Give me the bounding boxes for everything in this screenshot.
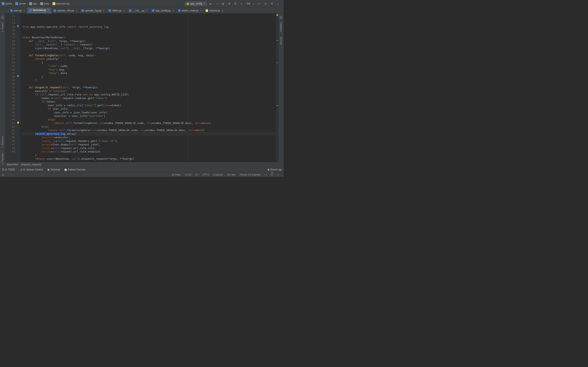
run-button[interactable]: ▶	[209, 2, 212, 5]
code-line[interactable]: if self.request.url_rule.rule not in app…	[22, 93, 276, 96]
line-number[interactable]: 43	[6, 128, 15, 132]
sciview-tool-button[interactable]: SciView	[280, 37, 282, 45]
line-number[interactable]: 41	[6, 121, 15, 125]
line-number[interactable]: 34	[6, 96, 15, 100]
code-line[interactable]: record_opterate_log.delay(	[22, 132, 276, 136]
code-line[interactable]: )	[22, 154, 276, 157]
code-line[interactable]: def dispatch_request(self, *args, **kwar…	[22, 86, 276, 89]
status-indent[interactable]: 4 spaces	[213, 173, 223, 176]
line-numbers-gutter[interactable]: 1112131415161718192021222324252627282930…	[5, 13, 17, 162]
code-line[interactable]: return self.formattingData(code=Codes.TO…	[22, 121, 276, 125]
code-line[interactable]: user_info = redis_cli["token"].get(name=…	[22, 104, 276, 107]
line-number[interactable]: 32	[6, 89, 15, 93]
line-number[interactable]: 15	[6, 29, 15, 32]
status-git-branch[interactable]: Git: dev	[227, 173, 235, 176]
line-number[interactable]: 20	[6, 47, 15, 50]
line-number[interactable]: 17	[6, 36, 15, 39]
line-number[interactable]: 42	[6, 125, 15, 129]
code-line[interactable]: "data": data	[22, 71, 276, 75]
debug-button[interactable]: ⌁	[215, 2, 218, 5]
line-number[interactable]: 16	[6, 32, 15, 36]
close-tab-button[interactable]: ×	[48, 9, 49, 12]
file-tab[interactable]: request.js×	[204, 8, 225, 13]
code-line[interactable]	[22, 29, 276, 32]
inspection-indicator[interactable]	[277, 14, 278, 16]
run-with-coverage-button[interactable]: ▣	[221, 2, 225, 5]
code-line[interactable]: "code": code,	[22, 64, 276, 68]
tool-windows-toggle[interactable]: ⊞	[2, 173, 4, 176]
code-line[interactable]	[22, 161, 276, 162]
override-gutter-icon[interactable]	[17, 25, 19, 27]
line-number[interactable]: 37	[6, 107, 15, 111]
code-line[interactable]: else:	[22, 118, 276, 122]
file-tab[interactable]: __init__.py×	[127, 8, 150, 13]
vcs-tool-button[interactable]: ⎇ 9: Version Control	[20, 168, 43, 171]
project-tool-button[interactable]: 1: Project	[1, 22, 4, 32]
status-line-ending[interactable]: LF	[195, 173, 198, 176]
line-number[interactable]: 25	[6, 64, 15, 68]
line-number[interactable]: 19	[6, 43, 15, 47]
file-tab[interactable]: status_code.py×	[176, 8, 204, 13]
line-number[interactable]: 12	[6, 18, 15, 22]
code-line[interactable]: class BaseView(MethodView):	[22, 36, 276, 39]
breadcrumb-class[interactable]: BaseView	[7, 163, 18, 166]
line-number[interactable]: 30	[6, 82, 15, 86]
code-line[interactable]: def formattingData(self, code, msg, data…	[22, 54, 276, 57]
code-line[interactable]: remote_ip=self.request.headers.get("X-Re…	[22, 139, 276, 143]
code-line[interactable]: if token:	[22, 100, 276, 104]
line-number[interactable]: 22	[6, 54, 15, 57]
readonly-toggle[interactable]	[271, 173, 273, 176]
file-tab[interactable]: operate_info.py×	[52, 8, 79, 13]
code-line[interactable]: executor=executor,	[22, 136, 276, 139]
line-number[interactable]: 33	[6, 93, 15, 96]
line-number[interactable]: 44	[6, 132, 15, 136]
code-line[interactable]: else:	[22, 125, 276, 129]
status-caret-position[interactable]: 41:20	[185, 173, 191, 176]
line-number[interactable]: 49	[6, 150, 15, 154]
project-tool-icon[interactable]	[1, 16, 4, 19]
line-number[interactable]: 13	[6, 21, 15, 25]
line-number[interactable]: 24	[6, 61, 15, 64]
status-interpreter[interactable]: Python 3.8 (Apollo)	[240, 173, 260, 176]
override-gutter-icon[interactable]	[17, 75, 19, 77]
update-project-button[interactable]: ⤓	[252, 2, 255, 5]
line-number[interactable]: 35	[6, 100, 15, 104]
intention-bulb-icon[interactable]: 💡	[17, 121, 20, 125]
python-console-tool-button[interactable]: ⬤ Python Console	[64, 168, 85, 171]
close-tab-button[interactable]: ×	[123, 9, 125, 12]
terminal-tool-button[interactable]: ▣ Terminal	[47, 168, 60, 171]
profile-button[interactable]: ◔	[227, 2, 231, 5]
code-line[interactable]: return self.formattingData(code=Codes.TO…	[22, 128, 276, 132]
code-line[interactable]: router=self.request.url_rule.rule,	[22, 146, 276, 150]
breadcrumb-item[interactable]: app	[33, 2, 37, 5]
close-tab-button[interactable]: ×	[200, 9, 201, 12]
code-line[interactable]: params=json.dumps(self.request.json),	[22, 143, 276, 146]
file-tab[interactable]: baseview.py×	[27, 8, 52, 13]
line-number[interactable]: 29	[6, 78, 15, 82]
code-line[interactable]	[22, 32, 276, 36]
rollback-button[interactable]: ⟲	[270, 2, 273, 5]
close-tab-button[interactable]: ×	[172, 9, 174, 12]
code-line[interactable]: super(BaseView, self).__init__(*args, **…	[22, 47, 276, 50]
breadcrumb-item[interactable]: Apollo	[5, 2, 12, 5]
file-tab[interactable]: app_config.py×	[150, 8, 176, 13]
search-everywhere-button[interactable]: ⌕	[276, 2, 279, 5]
error-stripe[interactable]	[276, 13, 278, 162]
inspection-profile[interactable]: ☺	[277, 173, 279, 176]
event-log-tool-button[interactable]: ◉ Event Log	[268, 168, 282, 171]
file-tab[interactable]: token.py×	[107, 8, 127, 13]
code-editor[interactable]: 1112131415161718192021222324252627282930…	[5, 13, 278, 162]
line-number[interactable]: 36	[6, 104, 15, 107]
code-line[interactable]: )	[22, 78, 276, 82]
line-number[interactable]: 48	[6, 146, 15, 150]
commit-button[interactable]: ✔	[258, 2, 261, 5]
code-line[interactable]: {	[22, 61, 276, 64]
file-tab[interactable]: user.py×	[8, 8, 27, 13]
code-line[interactable]: "msg": msg,	[22, 68, 276, 72]
structure-tool-button[interactable]: 7: Structure	[1, 136, 4, 148]
line-number[interactable]: 46	[6, 139, 15, 143]
line-number[interactable]: 23	[6, 57, 15, 61]
annotations-gutter[interactable]: 💡	[17, 13, 20, 162]
code-line[interactable]: return jsonify(	[22, 57, 276, 61]
line-number[interactable]: 40	[6, 118, 15, 122]
